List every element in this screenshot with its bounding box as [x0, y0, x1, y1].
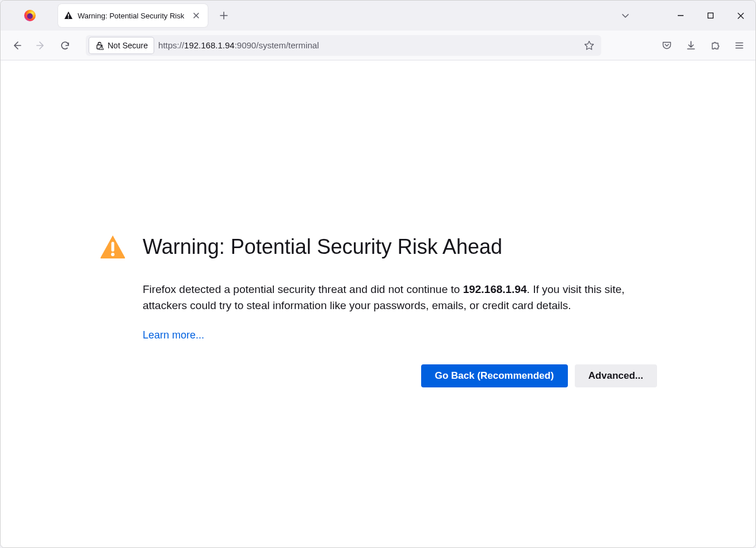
button-row: Go Back (Recommended) Advanced... [143, 364, 657, 387]
pinned-tab-firefox[interactable] [5, 4, 55, 27]
warning-container: Warning: Potential Security Risk Ahead F… [99, 60, 657, 387]
url-host: 192.168.1.94 [184, 40, 235, 50]
security-indicator[interactable]: Not Secure [89, 37, 154, 54]
arrow-left-icon [12, 40, 22, 51]
list-all-tabs-button[interactable] [614, 5, 637, 26]
hamburger-icon [734, 40, 744, 51]
warning-body-host: 192.168.1.94 [463, 283, 527, 295]
pocket-icon [662, 40, 672, 51]
firefox-logo-icon [23, 9, 37, 22]
warning-triangle-icon [64, 11, 73, 20]
svg-point-9 [111, 253, 114, 256]
svg-point-3 [68, 17, 69, 18]
puzzle-icon [710, 40, 720, 51]
window-controls [614, 1, 755, 31]
close-icon [193, 12, 200, 19]
maximize-icon [707, 12, 714, 19]
window-close-button[interactable] [726, 1, 755, 31]
url-protocol: https:// [158, 40, 184, 50]
svg-point-7 [101, 48, 101, 49]
tab-title: Warning: Potential Security Risk [78, 12, 186, 20]
warning-triangle-icon [99, 233, 127, 261]
warning-header: Warning: Potential Security Risk Ahead [99, 233, 657, 261]
app-menu-button[interactable] [729, 35, 750, 56]
learn-more-link[interactable]: Learn more... [143, 329, 204, 341]
back-button[interactable] [6, 35, 27, 56]
star-icon [584, 40, 594, 51]
tab-close-button[interactable] [190, 10, 202, 21]
url-path: :9090/system/terminal [235, 40, 319, 50]
advanced-button[interactable]: Advanced... [575, 364, 657, 387]
window-maximize-button[interactable] [696, 1, 726, 31]
page-title: Warning: Potential Security Risk Ahead [143, 235, 502, 259]
close-icon [737, 12, 744, 20]
reload-icon [60, 40, 70, 51]
go-back-button[interactable]: Go Back (Recommended) [421, 364, 568, 387]
forward-button [30, 35, 51, 56]
window-minimize-button[interactable] [666, 1, 696, 31]
lock-warning-icon [95, 41, 104, 50]
plus-icon [220, 12, 228, 20]
download-icon [686, 40, 696, 51]
tab-strip: Warning: Potential Security Risk [1, 1, 755, 31]
pocket-button[interactable] [656, 35, 677, 56]
url-bar[interactable]: Not Secure https://192.168.1.94:9090/sys… [86, 35, 601, 56]
new-tab-button[interactable] [213, 5, 234, 26]
minimize-icon [677, 12, 684, 19]
svg-rect-2 [68, 14, 69, 17]
url-text: https://192.168.1.94:9090/system/termina… [158, 40, 576, 50]
warning-body-pre: Firefox detected a potential security th… [143, 283, 463, 295]
svg-rect-8 [112, 242, 114, 252]
tab-active[interactable]: Warning: Potential Security Risk [58, 4, 208, 27]
page-content: Warning: Potential Security Risk Ahead F… [1, 60, 755, 548]
navigation-toolbar: Not Secure https://192.168.1.94:9090/sys… [1, 31, 755, 60]
bookmark-button[interactable] [581, 37, 598, 54]
svg-rect-4 [708, 13, 713, 18]
svg-point-1 [27, 13, 33, 19]
reload-button[interactable] [55, 35, 75, 56]
arrow-right-icon [36, 40, 46, 51]
chevron-down-icon [621, 11, 630, 20]
warning-body: Firefox detected a potential security th… [143, 281, 657, 313]
downloads-button[interactable] [681, 35, 701, 56]
extensions-button[interactable] [705, 35, 726, 56]
security-badge-label: Not Secure [108, 41, 148, 50]
